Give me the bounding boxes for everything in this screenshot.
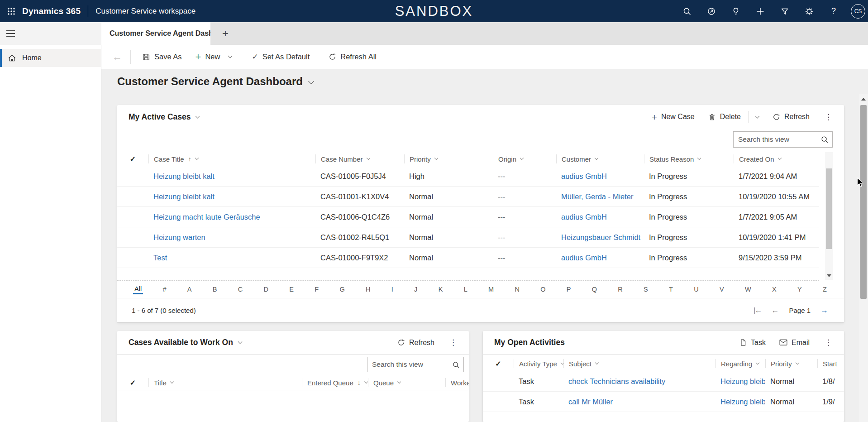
more-commands-button[interactable]: ⋮ [448, 338, 458, 347]
alphabet-filter-B[interactable]: B [211, 285, 219, 294]
case-title-link[interactable]: Heizung bleibt kalt [148, 172, 315, 181]
refresh-button[interactable]: Refresh [397, 339, 434, 347]
alphabet-filter-N[interactable]: N [513, 285, 520, 294]
regarding-link[interactable]: Heizung bleibt [715, 398, 765, 406]
table-row[interactable]: Task call Mr Müller Heizung bleibt Norma… [483, 392, 844, 412]
more-commands-button[interactable]: ⋮ [823, 112, 834, 122]
table-row[interactable]: Heizung warten CAS-01002-R4L5Q1 Normal -… [117, 227, 819, 248]
alphabet-filter-C[interactable]: C [237, 285, 244, 294]
alphabet-filter-R[interactable]: R [616, 285, 624, 294]
alphabet-filter-All[interactable]: All [133, 284, 143, 294]
alphabet-filter-H[interactable]: H [364, 285, 372, 294]
search-button[interactable] [678, 2, 696, 20]
workspace-name[interactable]: Customer Service workspace [95, 7, 196, 16]
refresh-button[interactable]: Refresh [773, 113, 810, 121]
case-title-link[interactable]: Heizung macht laute Geräusche [148, 213, 315, 221]
quick-create-button[interactable] [751, 2, 769, 20]
search-submit-button[interactable] [817, 132, 832, 147]
alphabet-filter-Z[interactable]: Z [821, 285, 828, 294]
case-title-link[interactable]: Test [148, 254, 315, 262]
new-task-button[interactable]: Task [739, 339, 766, 347]
alphabet-filter-L[interactable]: L [463, 285, 469, 294]
alphabet-filter-Q[interactable]: Q [591, 285, 598, 294]
column-header-queue[interactable]: Queue [368, 378, 445, 387]
select-all-checkbox[interactable]: ✓ [483, 359, 514, 368]
subject-link[interactable]: check Technicians availability [563, 377, 715, 386]
alphabet-filter-O[interactable]: O [539, 285, 547, 294]
alphabet-filter-Y[interactable]: Y [796, 285, 803, 294]
alphabet-filter-F[interactable]: F [313, 285, 320, 294]
first-page-button[interactable]: |← [754, 306, 761, 315]
window-scrollbar[interactable] [859, 94, 868, 422]
column-header-worked-by[interactable]: Worked [445, 378, 469, 387]
column-header-case-title[interactable]: Case Title ↑ [148, 154, 315, 163]
window-scrollbar-thumb[interactable] [860, 105, 867, 299]
table-row[interactable]: Heizung bleibt kalt CAS-01005-F0J5J4 Hig… [117, 166, 819, 187]
new-button[interactable]: + New [189, 45, 239, 69]
alphabet-filter-S[interactable]: S [642, 285, 649, 294]
table-scrollbar-thumb[interactable] [826, 168, 832, 249]
column-header-activity-type[interactable]: Activity Type [514, 359, 563, 368]
back-button[interactable]: ← [101, 51, 130, 63]
table-scrollbar[interactable] [825, 152, 833, 280]
new-case-button[interactable]: + New Case [652, 112, 695, 122]
alphabet-filter-A[interactable]: A [186, 285, 193, 294]
subject-link[interactable]: call Mr Müller [563, 398, 715, 406]
customer-link[interactable]: audius GmbH [556, 172, 644, 181]
settings-button[interactable] [800, 2, 818, 20]
refresh-all-button[interactable]: Refresh All [322, 45, 383, 69]
case-title-link[interactable]: Heizung bleibt kalt [148, 192, 315, 201]
alphabet-filter-E[interactable]: E [288, 285, 295, 294]
alphabet-filter-I[interactable]: I [390, 285, 395, 294]
search-input[interactable] [367, 360, 448, 369]
column-header-origin[interactable]: Origin [493, 154, 556, 163]
help-button[interactable]: ? [825, 2, 843, 20]
column-header-priority[interactable]: Priority [765, 359, 817, 368]
search-input[interactable] [734, 135, 817, 144]
app-launcher-button[interactable] [0, 0, 22, 22]
presence-button[interactable] [702, 2, 720, 20]
column-header-priority[interactable]: Priority [404, 154, 493, 163]
delete-split-chevron-icon[interactable] [755, 114, 760, 118]
customer-link[interactable]: Müller, Gerda - Mieter [556, 192, 644, 201]
search-submit-button[interactable] [448, 357, 463, 372]
alphabet-filter-J[interactable]: J [413, 285, 419, 294]
customer-link[interactable]: audius GmbH [556, 254, 644, 262]
previous-page-button[interactable]: ← [771, 306, 779, 315]
column-header-start[interactable]: Start [817, 359, 844, 368]
column-header-title[interactable]: Title [148, 378, 302, 387]
column-header-status-reason[interactable]: Status Reason [644, 154, 734, 163]
case-title-link[interactable]: Heizung warten [148, 233, 315, 242]
column-header-subject[interactable]: Subject [563, 359, 715, 368]
tab-dashboard[interactable]: Customer Service Agent Dash... [101, 22, 210, 45]
table-row[interactable]: Test CAS-01000-F9T9X2 Normal --- audius … [117, 248, 819, 268]
select-all-checkbox[interactable]: ✓ [117, 154, 148, 163]
column-header-case-number[interactable]: Case Number [315, 154, 404, 163]
column-header-customer[interactable]: Customer [556, 154, 644, 163]
next-page-button[interactable]: → [820, 306, 828, 315]
new-email-button[interactable]: Email [779, 339, 810, 347]
customer-link[interactable]: audius GmbH [556, 213, 644, 221]
site-map-toggle-button[interactable] [0, 22, 21, 45]
alphabet-filter-G[interactable]: G [338, 285, 346, 294]
alphabet-filter-P[interactable]: P [565, 285, 572, 294]
set-as-default-button[interactable]: ✓ Set As Default [245, 45, 316, 69]
save-as-button[interactable]: Save As [135, 45, 189, 69]
select-all-checkbox[interactable]: ✓ [117, 378, 148, 387]
suggestions-button[interactable] [727, 2, 745, 20]
alphabet-filter-D[interactable]: D [262, 285, 270, 294]
alphabet-filter-M[interactable]: M [487, 285, 495, 294]
alphabet-filter-V[interactable]: V [718, 285, 725, 294]
filter-button[interactable] [776, 2, 794, 20]
column-header-regarding[interactable]: Regarding [715, 359, 765, 368]
alphabet-filter-W[interactable]: W [744, 285, 753, 294]
table-row[interactable]: Heizung macht laute Geräusche CAS-01006-… [117, 207, 819, 227]
delete-button[interactable]: Delete [708, 113, 741, 121]
more-commands-button[interactable]: ⋮ [823, 338, 834, 347]
alphabet-filter-U[interactable]: U [692, 285, 700, 294]
new-tab-button[interactable]: + [216, 22, 234, 45]
alphabet-filter-T[interactable]: T [668, 285, 674, 294]
product-name[interactable]: Dynamics 365 [22, 6, 81, 16]
column-header-entered-queue[interactable]: Entered Queue ↓ [302, 378, 368, 387]
chevron-down-icon[interactable] [308, 78, 314, 84]
